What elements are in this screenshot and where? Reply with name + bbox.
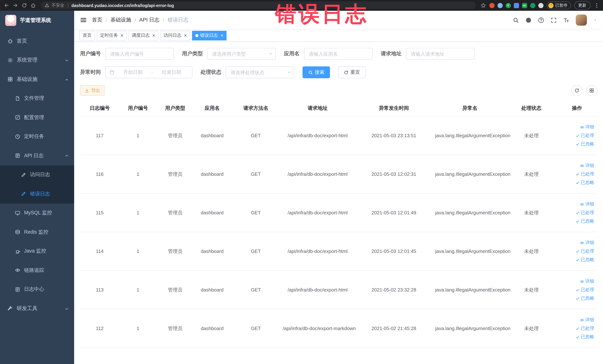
- breadcrumb-item-2[interactable]: 基础设施: [110, 17, 131, 23]
- app-name-input[interactable]: [304, 48, 372, 60]
- sidebar-item-9[interactable]: 错误日志: [0, 184, 74, 203]
- update-button[interactable]: 更新: [574, 1, 590, 10]
- check-icon: [575, 258, 580, 262]
- action-detail-link[interactable]: 详细: [580, 278, 594, 284]
- search-button[interactable]: 搜索: [302, 66, 330, 78]
- sidebar-item-14[interactable]: 日志中心: [0, 280, 74, 299]
- close-icon[interactable]: ×: [220, 33, 223, 38]
- tab-3[interactable]: 调度日志×: [128, 31, 158, 40]
- edit-icon: [21, 191, 26, 197]
- user-type-select[interactable]: [207, 48, 276, 60]
- extension-paw-icon[interactable]: [538, 3, 543, 8]
- sidebar-item-7[interactable]: API 日志: [0, 146, 74, 165]
- reset-button[interactable]: 重置: [338, 66, 366, 78]
- action-ignored-link[interactable]: 已忽略: [575, 179, 594, 186]
- sidebar-item-label: 错误日志: [30, 191, 50, 197]
- action-processed-link[interactable]: 已处理: [575, 248, 594, 254]
- sidebar-item-8[interactable]: 访问日志: [0, 165, 74, 184]
- breadcrumb-item-3[interactable]: API 日志: [139, 17, 160, 23]
- back-icon[interactable]: [4, 3, 9, 8]
- process-status-input[interactable]: [226, 66, 294, 78]
- action-ignored-link[interactable]: 已忽略: [575, 334, 594, 340]
- action-detail-link[interactable]: 详细: [580, 317, 594, 323]
- action-processed-link[interactable]: 已处理: [575, 287, 594, 293]
- github-icon[interactable]: [525, 17, 532, 23]
- search-icon[interactable]: [512, 17, 519, 23]
- chevron-down-icon[interactable]: [593, 18, 597, 22]
- sidebar-item-2[interactable]: 系统管理: [0, 51, 74, 70]
- extension-v-icon[interactable]: V: [506, 3, 511, 8]
- sidebar-item-1[interactable]: 首页: [0, 32, 74, 51]
- cell-status: 未处理: [506, 232, 557, 270]
- close-icon[interactable]: ×: [184, 33, 187, 38]
- close-icon[interactable]: ×: [152, 33, 155, 38]
- action-detail-link[interactable]: 详细: [580, 163, 594, 169]
- sidebar-item-label: Redis 监控: [24, 229, 48, 235]
- forward-icon[interactable]: [13, 3, 18, 8]
- tab-2[interactable]: 定时任务×: [97, 31, 127, 40]
- logo[interactable]: 芋道管理系统: [0, 11, 74, 30]
- close-icon[interactable]: ×: [120, 33, 123, 38]
- request-url-input[interactable]: [406, 48, 475, 60]
- extension-drop-icon[interactable]: [497, 3, 502, 8]
- cell-user_id: 1: [119, 270, 157, 309]
- breadcrumb-item-4: 错误日志: [168, 17, 188, 23]
- extension-grid-icon[interactable]: [514, 3, 519, 8]
- user-type-input[interactable]: [207, 48, 276, 60]
- breadcrumb-item-1[interactable]: 首页: [92, 17, 102, 23]
- cell-time: 2021-05-02 23:32:28: [354, 270, 434, 309]
- action-detail-link[interactable]: 详细: [580, 240, 594, 246]
- hamburger-icon[interactable]: [80, 17, 87, 23]
- extension-leaf-icon[interactable]: [530, 3, 535, 8]
- refresh-table-button[interactable]: [571, 85, 582, 96]
- font-size-icon[interactable]: [563, 17, 569, 23]
- cell-url: /api/infra/db-doc/export-html: [281, 232, 354, 270]
- reload-icon[interactable]: [22, 3, 27, 8]
- tab-5[interactable]: 错误日志×: [192, 31, 227, 40]
- warning-icon: [45, 3, 49, 8]
- action-processed-link[interactable]: 已处理: [575, 210, 594, 216]
- sidebar-item-12[interactable]: Java 监控: [0, 242, 74, 261]
- cell-status: 未处理: [506, 155, 557, 193]
- user-id-input[interactable]: [105, 48, 174, 60]
- browser-menu-icon[interactable]: [594, 3, 599, 8]
- action-processed-link[interactable]: 已处理: [575, 325, 594, 331]
- export-button[interactable]: 导出: [80, 85, 104, 96]
- cell-status: 未处理: [506, 116, 557, 155]
- action-ignored-link[interactable]: 已忽略: [575, 218, 594, 224]
- action-processed-link[interactable]: 已处理: [575, 132, 594, 139]
- paused-label: 已暂停: [555, 3, 568, 8]
- action-detail-link[interactable]: 详细: [580, 201, 594, 207]
- extension-on-icon[interactable]: on: [522, 3, 527, 8]
- action-processed-link[interactable]: 已处理: [575, 171, 594, 177]
- sidebar-item-10[interactable]: MySQL 监控: [0, 203, 74, 223]
- column-settings-button[interactable]: [586, 85, 597, 96]
- extension-orange-icon[interactable]: [489, 3, 494, 8]
- fullscreen-icon[interactable]: [550, 17, 557, 23]
- sidebar-item-5[interactable]: 配置管理: [0, 108, 74, 127]
- user-avatar[interactable]: [576, 14, 587, 26]
- action-detail-link[interactable]: 详细: [580, 124, 594, 130]
- action-ignored-link[interactable]: 已忽略: [575, 141, 594, 147]
- search-icon: [308, 70, 313, 75]
- sidebar-item-13[interactable]: 链路追踪: [0, 261, 74, 280]
- address-bar[interactable]: 不安全 dashboard.yudao.iocoder.cn/infra/log…: [41, 1, 475, 9]
- help-icon[interactable]: [538, 17, 544, 23]
- action-ignored-link[interactable]: 已忽略: [575, 257, 594, 263]
- chevron-down-icon: [65, 58, 69, 62]
- sidebar-item-6[interactable]: 定时任务: [0, 127, 74, 146]
- paused-badge[interactable]: 已暂停: [547, 1, 571, 9]
- action-ignored-link[interactable]: 已忽略: [575, 295, 594, 302]
- bookmark-icon[interactable]: [480, 3, 486, 8]
- sidebar-item-11[interactable]: Redis 监控: [0, 223, 74, 242]
- date-range-picker[interactable]: 开始日期 - 结束日期: [105, 66, 192, 78]
- sidebar-item-15[interactable]: 研发工具: [0, 299, 74, 318]
- tab-1[interactable]: 首页: [79, 31, 95, 40]
- tab-4[interactable]: 访问日志×: [160, 31, 190, 40]
- sidebar-item-3[interactable]: 基础设施: [0, 70, 74, 89]
- sidebar-item-4[interactable]: 文件管理: [0, 89, 74, 108]
- gear-icon: [7, 58, 13, 63]
- calendar-icon: [109, 70, 115, 75]
- process-status-select[interactable]: [226, 66, 294, 78]
- home-icon[interactable]: [30, 3, 36, 8]
